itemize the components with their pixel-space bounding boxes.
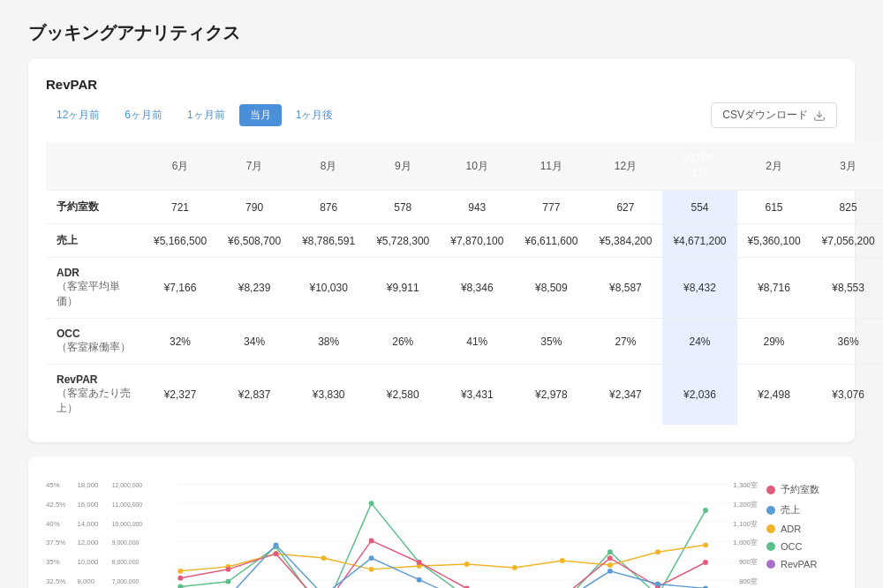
revpar-table: 6月 7月 8月 9月 10月 11月 12月 2022年1月 2月 3月 4月… [46, 142, 883, 425]
col-header-10: 10月 [440, 142, 514, 191]
cell: ¥2,327 [143, 365, 217, 426]
cell: 578 [366, 191, 440, 224]
cell: ¥7,870,100 [440, 224, 514, 258]
col-header-label [46, 142, 143, 191]
y-axis-left: 45% 42.5% 40% 37.5% 35% 32.5% 30% 27.5% … [46, 481, 65, 588]
svg-text:14,000: 14,000 [77, 520, 99, 528]
cell: ¥8,786,591 [291, 224, 366, 258]
legend-label-adr: ADR [781, 524, 801, 534]
row-label-occ: OCC（客室稼働率） [46, 319, 143, 365]
row-label-sales: 売上 [46, 224, 143, 258]
cell: 554 [662, 191, 736, 224]
page-title: ブッキングアナリティクス [28, 21, 855, 45]
svg-point-78 [560, 558, 565, 563]
cell: ¥6,611,600 [514, 224, 588, 258]
col-header-7: 7月 [217, 142, 291, 191]
legend-dot-revpar [766, 560, 775, 569]
grid-lines [176, 485, 731, 588]
cell: ¥5,728,300 [366, 224, 440, 258]
tab-1month-prev[interactable]: 1ヶ月前 [177, 104, 236, 126]
tab-bar: 12ヶ月前 6ヶ月前 1ヶ月前 当月 1ヶ月後 CSVダウンロード [46, 102, 837, 128]
svg-text:800室: 800室 [739, 577, 758, 585]
svg-text:18,000: 18,000 [77, 481, 99, 489]
svg-point-67 [608, 549, 613, 554]
tab-12months[interactable]: 12ヶ月前 [46, 104, 110, 126]
svg-point-104 [655, 582, 660, 587]
cell: ¥2,036 [662, 365, 736, 426]
svg-text:9,000,000: 9,000,000 [112, 539, 140, 546]
legend-label-occ: OCC [781, 541, 802, 552]
table-row: RevPAR（客室あたり売上） ¥2,327 ¥2,837 ¥3,830 ¥2,… [46, 365, 883, 426]
cell: 35% [514, 319, 588, 365]
tab-1month-next[interactable]: 1ヶ月後 [285, 104, 344, 126]
legend-dot-reservations [766, 486, 775, 494]
cell: 943 [440, 191, 514, 224]
cell: ¥8,346 [440, 258, 514, 319]
col-header-jan: 2022年1月 [662, 142, 736, 191]
cell: 34% [217, 319, 291, 365]
svg-point-79 [608, 562, 613, 568]
svg-text:1,200室: 1,200室 [733, 501, 758, 509]
cell: 790 [217, 191, 291, 224]
cell: ¥8,553 [811, 258, 883, 319]
svg-point-73 [321, 555, 327, 561]
svg-text:42.5%: 42.5% [46, 501, 65, 509]
line-chart: 45% 42.5% 40% 37.5% 35% 32.5% 30% 27.5% … [46, 474, 758, 588]
svg-point-83 [225, 567, 230, 572]
svg-text:12,000,000: 12,000,000 [112, 482, 143, 488]
svg-text:37.5%: 37.5% [46, 539, 65, 547]
chart-legend: 予約室数 売上 ADR OCC RevPAR [766, 474, 837, 569]
legend-label-sales: 売上 [781, 503, 800, 516]
svg-text:8,000,000: 8,000,000 [112, 559, 140, 565]
row-label-revpar: RevPAR（客室あたり売上） [46, 365, 143, 426]
csv-label: CSVダウンロード [722, 108, 808, 123]
cell: ¥5,166,500 [143, 224, 217, 258]
cell: 36% [811, 319, 883, 365]
y-axis-left3: 12,000,000 11,000,000 10,000,000 9,000,0… [112, 482, 143, 588]
svg-point-74 [369, 567, 374, 572]
cell: ¥10,030 [291, 258, 366, 319]
col-header-9: 9月 [366, 142, 440, 191]
revpar-section-title: RevPAR [46, 77, 837, 92]
table-row: 売上 ¥5,166,500 ¥6,508,700 ¥8,786,591 ¥5,7… [46, 224, 883, 258]
legend-dot-occ [766, 542, 775, 551]
cell: ¥8,587 [588, 258, 662, 319]
cell: ¥2,498 [737, 365, 811, 426]
legend-reservations: 予約室数 [766, 483, 837, 496]
cell: 876 [291, 191, 366, 224]
cell: ¥5,360,100 [737, 224, 811, 258]
svg-point-86 [369, 538, 374, 543]
cell: 24% [662, 319, 736, 365]
svg-point-62 [369, 501, 374, 506]
cell: ¥6,508,700 [217, 224, 291, 258]
tab-6months[interactable]: 6ヶ月前 [114, 104, 173, 126]
cell: 26% [366, 319, 440, 365]
cell: ¥3,076 [811, 365, 883, 426]
svg-point-58 [177, 584, 183, 588]
col-header-3: 3月 [811, 142, 883, 191]
cell: 38% [291, 319, 366, 365]
svg-text:1,100室: 1,100室 [733, 520, 758, 528]
svg-text:11,000,000: 11,000,000 [112, 501, 143, 508]
svg-text:1,000室: 1,000室 [733, 539, 758, 547]
revpar-card: RevPAR 12ヶ月前 6ヶ月前 1ヶ月前 当月 1ヶ月後 CSVダウンロード… [28, 59, 855, 442]
cell: ¥9,911 [366, 258, 440, 319]
cell: ¥3,830 [291, 365, 366, 426]
cell: 41% [440, 319, 514, 365]
legend-adr: ADR [766, 524, 837, 534]
cell: ¥2,580 [366, 365, 440, 426]
svg-text:10,000: 10,000 [77, 558, 99, 566]
tab-current[interactable]: 当月 [239, 104, 282, 126]
download-icon [813, 109, 826, 122]
page-root: ブッキングアナリティクス RevPAR 12ヶ月前 6ヶ月前 1ヶ月前 当月 1… [0, 0, 883, 588]
svg-point-77 [512, 565, 517, 570]
cell: ¥8,432 [662, 258, 736, 319]
svg-point-81 [703, 542, 708, 547]
cell: ¥7,166 [143, 258, 217, 319]
csv-download-button[interactable]: CSVダウンロード [711, 102, 837, 128]
cell: ¥5,384,200 [588, 224, 662, 258]
cell: ¥8,509 [514, 258, 588, 319]
cell: ¥2,347 [588, 365, 662, 426]
cell: ¥8,716 [737, 258, 811, 319]
svg-text:8,000: 8,000 [77, 577, 94, 585]
